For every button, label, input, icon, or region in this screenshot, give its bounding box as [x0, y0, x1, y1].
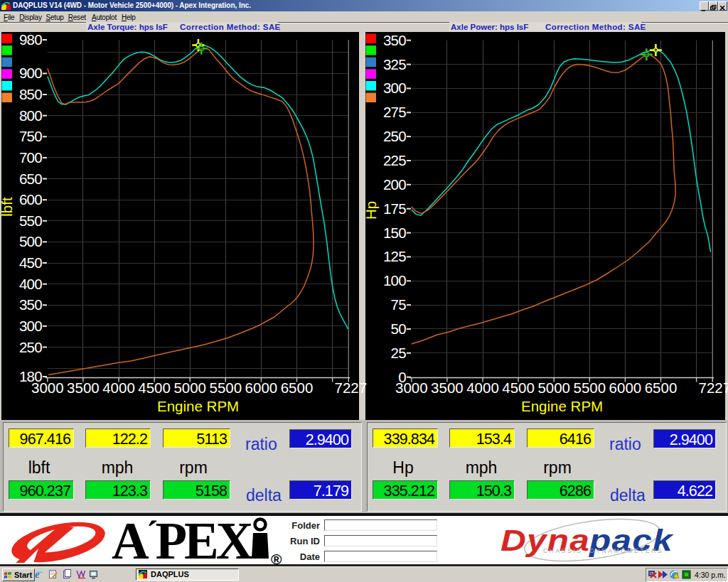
svg-text:250: 250 [383, 128, 406, 144]
svg-text:CHASSIS DYNAMOMETERS: CHASSIS DYNAMOMETERS [543, 547, 663, 554]
svg-text:500: 500 [19, 233, 42, 249]
svg-text:4000: 4000 [102, 379, 135, 396]
svg-text:125: 125 [383, 248, 406, 264]
svg-text:100: 100 [383, 272, 406, 289]
svg-text:7227: 7227 [698, 379, 728, 396]
svg-text:4500: 4500 [502, 379, 535, 396]
svg-text:275: 275 [383, 104, 406, 120]
svg-text:150: 150 [383, 225, 406, 241]
svg-text:Engine RPM: Engine RPM [521, 398, 603, 414]
svg-text:850: 850 [19, 86, 42, 102]
svg-text:800: 800 [19, 107, 42, 124]
svg-text:700: 700 [19, 149, 42, 166]
svg-text:50: 50 [391, 320, 407, 337]
svg-text:6000: 6000 [609, 379, 642, 396]
svg-text:450: 450 [19, 254, 42, 271]
svg-text:Hp: Hp [363, 201, 379, 220]
svg-text:6500: 6500 [281, 379, 314, 396]
svg-text:350: 350 [383, 32, 406, 48]
svg-text:6000: 6000 [245, 379, 278, 396]
svg-text:300: 300 [19, 318, 42, 334]
svg-text:225: 225 [383, 152, 406, 168]
svg-text:5000: 5000 [173, 379, 206, 396]
svg-text:3500: 3500 [67, 379, 100, 396]
svg-text:5500: 5500 [209, 379, 242, 396]
svg-text:lbft: lbft [0, 197, 15, 217]
svg-text:6500: 6500 [645, 379, 678, 396]
svg-text:300: 300 [383, 80, 406, 96]
svg-text:600: 600 [19, 191, 42, 208]
svg-text:3000: 3000 [395, 379, 428, 396]
svg-text:200: 200 [383, 176, 406, 193]
svg-text:175: 175 [383, 200, 406, 217]
svg-text:4000: 4000 [466, 379, 499, 396]
svg-text:750: 750 [19, 128, 42, 144]
svg-text:7227: 7227 [334, 379, 367, 396]
svg-text:550: 550 [19, 212, 42, 229]
svg-text:Engine RPM: Engine RPM [157, 398, 239, 414]
svg-text:4500: 4500 [138, 379, 171, 396]
svg-text:650: 650 [19, 171, 42, 187]
svg-text:5500: 5500 [573, 379, 606, 396]
svg-text:3000: 3000 [31, 379, 64, 396]
svg-text:900: 900 [19, 65, 42, 81]
svg-text:400: 400 [19, 276, 42, 292]
svg-text:A´PEX: A´PEX [112, 516, 253, 565]
svg-text:e: e [35, 568, 40, 580]
svg-text:5000: 5000 [537, 379, 570, 396]
svg-text:325: 325 [383, 56, 406, 72]
svg-text:250: 250 [19, 339, 42, 355]
svg-text:25: 25 [391, 345, 407, 361]
svg-text:350: 350 [19, 296, 42, 313]
svg-text:980: 980 [19, 31, 42, 48]
svg-text:75: 75 [391, 296, 407, 313]
svg-text:3500: 3500 [431, 379, 464, 396]
